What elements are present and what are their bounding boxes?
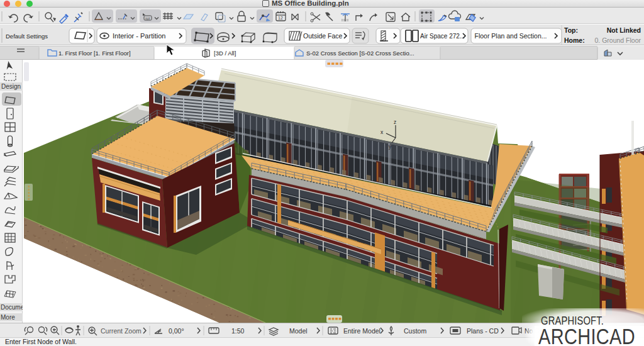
svg-text:Default Settings: Default Settings	[6, 33, 48, 40]
svg-text:z: z	[394, 119, 396, 125]
svg-text:Outside Face: Outside Face	[303, 32, 343, 40]
svg-text:[3D / All]: [3D / All]	[214, 50, 236, 57]
svg-text:1. First Floor [1. First Floor: 1. First Floor [1. First Floor]	[58, 50, 131, 57]
svg-text:0. Ground Floor: 0. Ground Floor	[594, 36, 641, 44]
svg-text:Air Space 272...: Air Space 272...	[420, 33, 465, 40]
svg-text:0,00°: 0,00°	[169, 327, 184, 335]
svg-text:Top:: Top:	[564, 26, 578, 34]
svg-text:S-02 Cross Section [S-02 Cross: S-02 Cross Section [S-02 Cross Sectio...	[306, 50, 414, 57]
svg-text:Design: Design	[1, 83, 21, 90]
svg-text:ARCHICAD: ARCHICAD	[538, 325, 635, 346]
svg-text:Current Zoom: Current Zoom	[101, 327, 142, 335]
svg-text:Model: Model	[289, 327, 308, 335]
svg-text:More: More	[1, 314, 15, 321]
svg-text:xyz: xyz	[145, 16, 150, 20]
svg-text:Home:: Home:	[564, 36, 585, 44]
svg-text:Plans - CD: Plans - CD	[467, 327, 499, 335]
svg-text:Docume: Docume	[1, 304, 23, 311]
svg-text:Interior - Partition: Interior - Partition	[113, 32, 165, 40]
svg-text:12: 12	[278, 16, 283, 20]
svg-text:Not Linked: Not Linked	[607, 26, 641, 34]
svg-text:Custom: Custom	[404, 327, 426, 335]
svg-text:Entire Model: Entire Model	[343, 327, 380, 335]
svg-text:Floor Plan and Section...: Floor Plan and Section...	[475, 32, 547, 40]
svg-text:1:50: 1:50	[231, 327, 245, 335]
